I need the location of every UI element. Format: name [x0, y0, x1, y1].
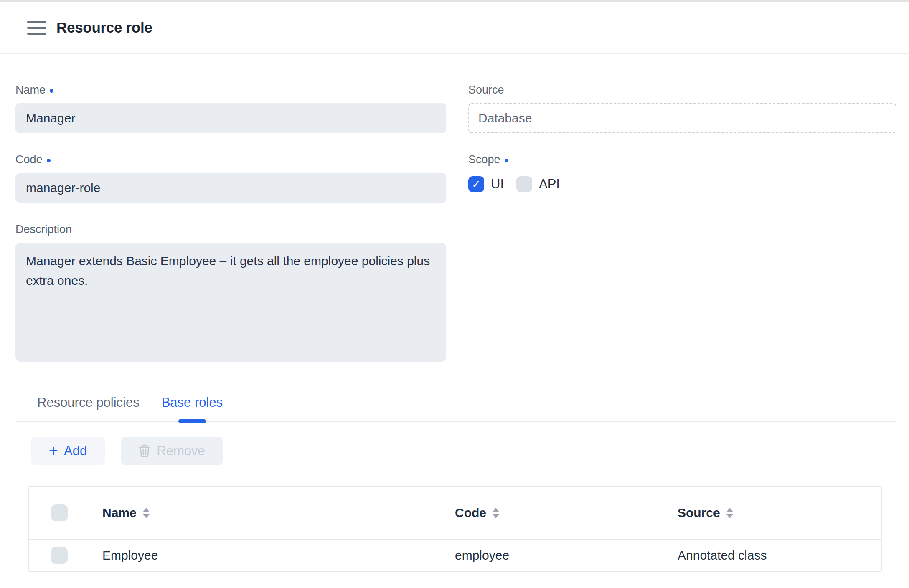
row-select-cell: [29, 547, 102, 564]
sort-icon: [143, 508, 150, 518]
description-textarea[interactable]: Manager extends Basic Employee – it gets…: [15, 243, 446, 362]
tab-resource-policies[interactable]: Resource policies: [37, 395, 140, 421]
source-input: [468, 103, 896, 133]
scope-option-api: ✓ API: [516, 176, 560, 192]
app-header: Resource role: [0, 2, 909, 54]
select-all-cell: [29, 504, 102, 521]
tab-base-roles[interactable]: Base roles: [162, 395, 223, 421]
code-label: Code: [15, 153, 446, 166]
select-all-checkbox[interactable]: [51, 504, 68, 521]
required-dot-icon: [505, 159, 508, 162]
required-dot-icon: [50, 89, 53, 93]
trash-icon: [139, 444, 150, 458]
resource-role-page: Resource role Name Code: [0, 0, 909, 588]
scope-options: ✓ UI ✓ API: [468, 176, 896, 192]
sort-icon: [493, 508, 499, 518]
check-icon: ✓: [472, 179, 481, 190]
column-header-code[interactable]: Code: [455, 506, 678, 520]
required-dot-icon: [47, 159, 51, 162]
detail-tabs: Resource policies Base roles: [15, 395, 896, 422]
name-field-group: Name: [15, 84, 446, 133]
scope-option-ui: ✓ UI: [468, 176, 504, 192]
page-title: Resource role: [56, 19, 152, 36]
menu-icon[interactable]: [27, 21, 46, 35]
row-code-cell: employee: [455, 548, 678, 563]
description-field-group: Description Manager extends Basic Employ…: [15, 223, 446, 363]
ui-checkbox-label: UI: [491, 177, 504, 192]
description-label: Description: [15, 223, 446, 236]
sort-icon: [726, 508, 733, 518]
source-field-group: Source: [468, 84, 896, 133]
column-header-source[interactable]: Source: [678, 506, 881, 520]
name-label: Name: [15, 84, 446, 96]
main-content: Name Code Description Man: [0, 84, 909, 572]
table-row[interactable]: Employee employee Annotated class: [29, 540, 881, 571]
ui-checkbox[interactable]: ✓: [468, 176, 484, 192]
code-field-group: Code: [15, 153, 446, 203]
api-checkbox[interactable]: ✓: [516, 176, 532, 192]
row-source-cell: Annotated class: [678, 548, 881, 563]
code-input[interactable]: [15, 173, 446, 203]
api-checkbox-label: API: [539, 177, 560, 192]
base-roles-toolbar: + Add Remove: [15, 437, 896, 465]
scope-field-group: Scope ✓ UI ✓: [468, 153, 896, 192]
form-right-column: Source Scope ✓ UI: [468, 84, 896, 192]
table-header-row: Name Code Source: [29, 487, 881, 540]
plus-icon: +: [49, 443, 58, 459]
row-checkbox[interactable]: [51, 547, 68, 564]
base-roles-table: Name Code Source Employee employee: [28, 486, 882, 572]
scope-label: Scope: [468, 153, 896, 166]
name-input[interactable]: [15, 103, 446, 133]
form-left-column: Name Code Description Man: [15, 84, 446, 363]
row-name-cell: Employee: [102, 548, 455, 563]
add-button[interactable]: + Add: [31, 437, 105, 465]
resource-role-form: Name Code Description Man: [15, 84, 896, 363]
source-label: Source: [468, 84, 896, 96]
remove-button[interactable]: Remove: [121, 437, 223, 465]
column-header-name[interactable]: Name: [102, 506, 455, 520]
